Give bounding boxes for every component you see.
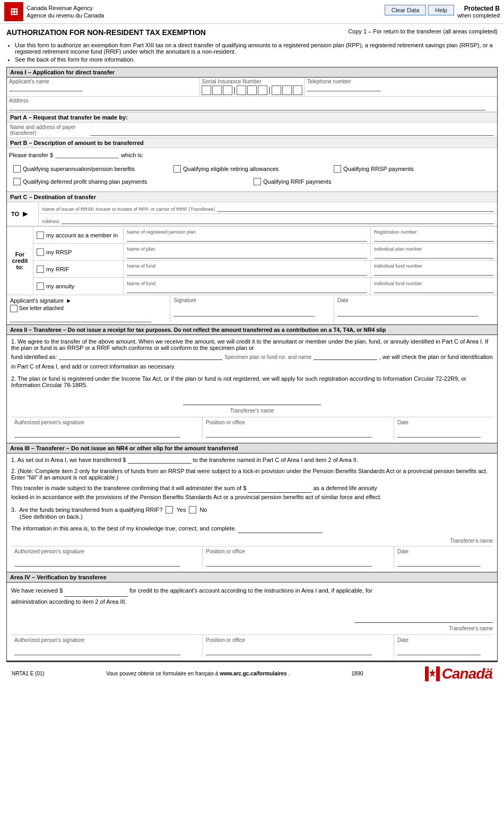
- transferee-name-input[interactable]: [183, 395, 321, 401]
- area4-date-input[interactable]: [397, 648, 481, 655]
- area3-header: Area III – Transferer – Do not issue an …: [7, 443, 497, 453]
- copy-label: Copy 1 – For return to the transferer (a…: [348, 28, 498, 35]
- annuity-indiv-fund-input[interactable]: [374, 286, 494, 293]
- sin-boxes: | |: [202, 85, 302, 95]
- pension-plan-name-input[interactable]: [127, 235, 367, 242]
- rrif-fund-name-input[interactable]: [127, 269, 367, 276]
- sin-box-4[interactable]: [237, 85, 246, 95]
- rrsp-plan-name-cell: Name of plan: [124, 244, 371, 260]
- telephone-input[interactable]: [307, 84, 380, 91]
- yes-checkbox[interactable]: [166, 506, 173, 513]
- cb-superannuation-box[interactable]: [13, 165, 21, 173]
- svg-text:⊞: ⊞: [10, 6, 18, 17]
- sin-box-2[interactable]: [212, 85, 222, 95]
- area2-auth-sig-cell: Authorized person's signature: [11, 417, 203, 440]
- address-input[interactable]: [9, 104, 485, 110]
- canada-revenue-logo: ⊞ Canada Revenue Agency Agence du revenu…: [4, 2, 104, 21]
- annuity-fund-name-cell: Name of fund: [124, 278, 371, 295]
- year-label: 1890: [351, 671, 363, 676]
- cb-rrsp-box[interactable]: [334, 165, 341, 173]
- rrif-indiv-fund-input[interactable]: [374, 269, 494, 276]
- rrsp-plan-name-input[interactable]: [127, 252, 367, 259]
- no-checkbox[interactable]: [189, 506, 196, 513]
- cb-account-cell: my account as a member in: [33, 227, 124, 243]
- canada-wordmark-text: Canadä: [442, 665, 492, 682]
- sin-box-5[interactable]: [247, 85, 257, 95]
- cb-rrsp-cell: my RRSP: [33, 244, 124, 260]
- cb-deferred: Qualifying deferred profit sharing plan …: [13, 178, 250, 185]
- see-letter-checkbox[interactable]: [10, 305, 18, 312]
- address-label: Address: [9, 98, 495, 104]
- checkbox-row-1: Qualifying superannuation/pension benefi…: [11, 164, 493, 174]
- cb-superannuation: Qualifying superannuation/pension benefi…: [13, 165, 170, 173]
- area2-position-input[interactable]: [206, 431, 372, 438]
- area4-auth-sig-cell: Authorized person's signature: [11, 635, 203, 657]
- sin-box-7[interactable]: [272, 85, 281, 95]
- transfer-amount-row: Please transfer $ which is:: [7, 148, 497, 161]
- area3-item1: 1. As set out in Area I, we have transfe…: [11, 457, 493, 464]
- sin-box-1[interactable]: [202, 85, 211, 95]
- issuer-input[interactable]: [217, 205, 494, 212]
- reg-num-cell: Registration number: [371, 227, 497, 243]
- cb-account-box[interactable]: [37, 232, 44, 239]
- cb-rrif-box[interactable]: [254, 178, 261, 185]
- area2-auth-sig-input[interactable]: [14, 431, 180, 438]
- area2-section: Area II – Transferee – Do not issue a re…: [7, 324, 497, 443]
- for-credit-label: For credit to:: [7, 227, 33, 295]
- area4-transferee-name-container: [11, 616, 493, 623]
- area4-position-input[interactable]: [206, 648, 372, 655]
- date-input-area1[interactable]: [337, 310, 479, 316]
- canada-flag-icon: [425, 666, 440, 681]
- french-note: Vous pouvez obtenir ce formulaire en fra…: [106, 671, 290, 676]
- applicant-name-input[interactable]: [9, 84, 82, 91]
- area2-item2: 2. The plan or fund is registered under …: [11, 375, 493, 388]
- area2-sig-row: Authorized person's signature Position o…: [11, 417, 493, 440]
- annuity-fund-name-input[interactable]: [127, 286, 367, 293]
- applicant-sig-input[interactable]: [10, 315, 151, 322]
- area3-section: Area III – Transferer – Do not issue an …: [7, 443, 497, 572]
- payer-label: Name and address of payer (transferer): [10, 124, 88, 136]
- area3-auth-sig-cell: Authorized person's signature: [11, 546, 203, 569]
- area4-sig-row: Authorized person's signature Position o…: [11, 635, 493, 657]
- area1-header: Area I – Application for direct transfer: [7, 67, 497, 78]
- partC-header: Part C – Destination of transfer: [7, 192, 497, 202]
- area3-sig-row: Authorized person's signature Position o…: [11, 546, 493, 569]
- rrsp-indiv-plan-cell: Individual plan number: [371, 244, 497, 260]
- area4-auth-sig-input[interactable]: [14, 648, 180, 655]
- area3-auth-sig-input[interactable]: [14, 560, 180, 567]
- see-def: (See definition on back.): [20, 513, 493, 520]
- area3-position-input[interactable]: [206, 560, 372, 567]
- cb-rrif-credit-box[interactable]: [37, 265, 44, 273]
- area3-date-input[interactable]: [397, 560, 481, 567]
- issuer-address-input[interactable]: [62, 217, 494, 224]
- area2-item1: 1. We agree to the transfer of the above…: [11, 338, 493, 371]
- cb-retiring-box[interactable]: [173, 165, 181, 173]
- area3-date-cell: Date: [394, 546, 493, 569]
- signature-input[interactable]: [173, 310, 315, 316]
- form-number: NRTA1 E (01): [12, 671, 45, 676]
- cb-retiring: Qualifying eligible retiring allowances: [173, 165, 331, 173]
- area4-section: Area IV – Verification by transferee We …: [7, 572, 497, 661]
- transferee-name-sublabel: Transferee's name: [230, 408, 274, 414]
- transfer-amount-input[interactable]: [55, 151, 119, 158]
- sin-box-6[interactable]: [258, 85, 267, 95]
- svg-rect-2: [425, 666, 429, 681]
- clear-data-button[interactable]: Clear Data: [385, 5, 427, 15]
- area2-date-cell: Date: [394, 417, 493, 440]
- sin-box-9[interactable]: [293, 85, 302, 95]
- rrsp-indiv-plan-input[interactable]: [374, 252, 494, 259]
- area3-body: 1. As set out in Area I, we have transfe…: [7, 453, 497, 572]
- payer-input[interactable]: [90, 129, 494, 136]
- instructions: Use this form to authorize an exemption …: [15, 42, 498, 63]
- help-button[interactable]: Help: [428, 5, 454, 15]
- sin-box-3[interactable]: [223, 85, 232, 95]
- cb-deferred-box[interactable]: [13, 178, 21, 185]
- sin-box-8[interactable]: [282, 85, 292, 95]
- sin-cell: Social Insurance Number | |: [199, 78, 305, 96]
- applicant-name-label: Applicant's name: [9, 79, 197, 84]
- area2-date-input[interactable]: [397, 431, 481, 438]
- cb-annuity-box[interactable]: [37, 282, 44, 290]
- cb-rrsp-credit-box[interactable]: [37, 249, 44, 256]
- area3-item3-row: 3. Are the funds being transferred from …: [11, 506, 493, 513]
- reg-num-input[interactable]: [374, 235, 494, 242]
